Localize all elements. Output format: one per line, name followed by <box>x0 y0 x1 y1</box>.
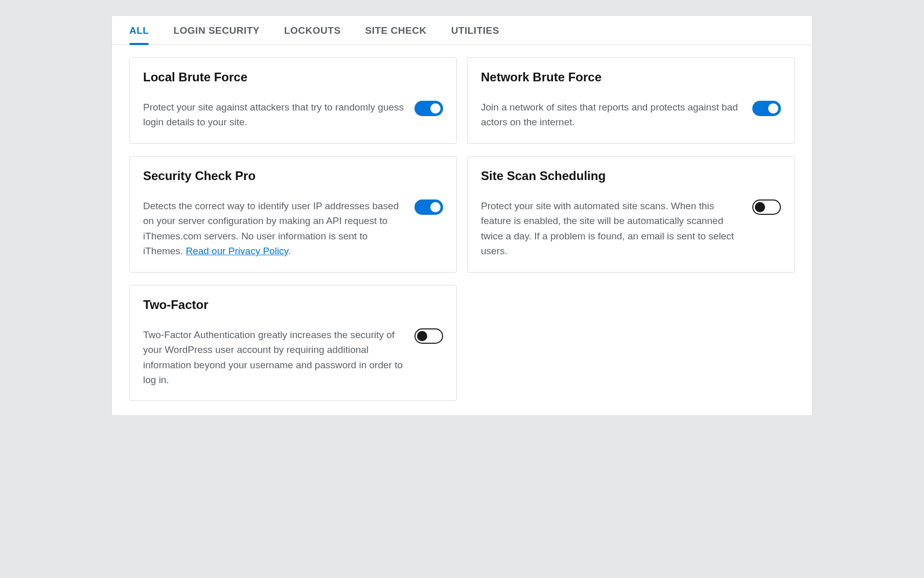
card-description: Protect your site with automated site sc… <box>481 198 742 259</box>
card-title: Security Check Pro <box>143 169 443 183</box>
toggle-knob <box>768 103 778 114</box>
card-body: Join a network of sites that reports and… <box>481 100 781 130</box>
desc-suffix: . <box>288 246 291 256</box>
card-description: Detects the correct way to identify user… <box>143 198 404 259</box>
card-description: Two-Factor Authentication greatly increa… <box>143 327 404 388</box>
toggle-local-brute-force[interactable] <box>414 101 443 116</box>
privacy-policy-link[interactable]: Read our Privacy Policy <box>186 246 288 256</box>
tab-login-security[interactable]: LOGIN SECURITY <box>173 25 260 45</box>
tab-all[interactable]: ALL <box>129 25 149 45</box>
card-site-scan-scheduling: Site Scan Scheduling Protect your site w… <box>467 156 795 273</box>
card-body: Protect your site against attackers that… <box>143 100 443 130</box>
card-description: Join a network of sites that reports and… <box>481 100 742 130</box>
toggle-knob <box>755 202 765 212</box>
card-two-factor: Two-Factor Two-Factor Authentication gre… <box>129 285 457 402</box>
card-description: Protect your site against attackers that… <box>143 100 404 130</box>
toggle-knob <box>430 202 441 212</box>
toggle-security-check-pro[interactable] <box>414 199 443 215</box>
card-title: Two-Factor <box>143 298 443 312</box>
card-security-check-pro: Security Check Pro Detects the correct w… <box>129 156 457 273</box>
card-title: Local Brute Force <box>143 70 443 84</box>
card-local-brute-force: Local Brute Force Protect your site agai… <box>129 57 457 144</box>
toggle-two-factor[interactable] <box>414 328 443 344</box>
toggle-site-scan-scheduling[interactable] <box>752 199 781 215</box>
toggle-knob <box>430 103 441 114</box>
card-body: Protect your site with automated site sc… <box>481 198 781 259</box>
settings-panel: ALL LOGIN SECURITY LOCKOUTS SITE CHECK U… <box>111 15 813 416</box>
card-network-brute-force: Network Brute Force Join a network of si… <box>467 57 795 144</box>
toggle-knob <box>417 331 427 341</box>
card-title: Network Brute Force <box>481 70 781 84</box>
tab-site-check[interactable]: SITE CHECK <box>365 25 427 45</box>
cards-grid: Local Brute Force Protect your site agai… <box>112 45 812 415</box>
tabs: ALL LOGIN SECURITY LOCKOUTS SITE CHECK U… <box>112 16 812 45</box>
card-body: Two-Factor Authentication greatly increa… <box>143 327 443 388</box>
card-title: Site Scan Scheduling <box>481 169 781 183</box>
toggle-network-brute-force[interactable] <box>752 101 781 116</box>
tab-utilities[interactable]: UTILITIES <box>451 25 499 45</box>
tab-lockouts[interactable]: LOCKOUTS <box>284 25 341 45</box>
card-body: Detects the correct way to identify user… <box>143 198 443 259</box>
